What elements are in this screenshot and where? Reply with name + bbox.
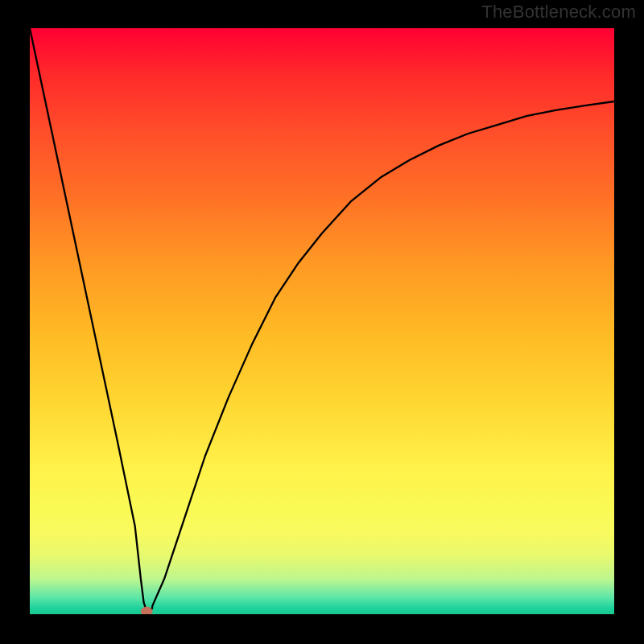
chart-frame: TheBottleneck.com — [0, 0, 644, 644]
minimum-marker — [141, 607, 152, 614]
bottleneck-curve — [30, 28, 614, 611]
watermark-text: TheBottleneck.com — [481, 2, 636, 23]
curve-layer — [30, 28, 614, 614]
plot-area — [30, 28, 614, 614]
